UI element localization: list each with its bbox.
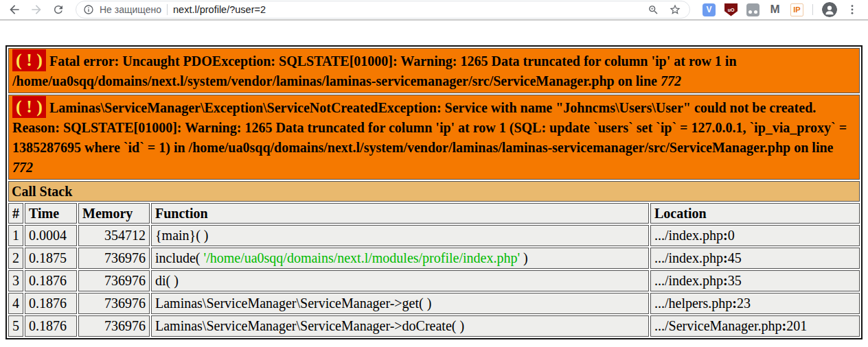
stack-num: 4 xyxy=(8,293,23,314)
function-name: Laminas\ServiceManager\ServiceManager->g… xyxy=(155,296,431,311)
loc-colon: : xyxy=(732,296,737,311)
function-name: di( ) xyxy=(155,273,179,288)
stack-row: 5 0.1876 736976 Laminas\ServiceManager\S… xyxy=(8,315,860,337)
loc-file: .../index.php xyxy=(654,273,723,288)
function-suffix: ) xyxy=(520,250,528,265)
stack-time: 0.1876 xyxy=(25,315,77,337)
bookmark-star-icon[interactable] xyxy=(669,3,681,16)
error-line-number: 772 xyxy=(661,73,681,88)
stack-row: 3 0.1876 736976 di( ) .../index.php:35 xyxy=(8,270,860,291)
fatal-error-text: Fatal error: Uncaught PDOException: SQLS… xyxy=(12,53,737,88)
loc-line: 0 xyxy=(728,228,735,243)
security-label[interactable]: Не защищено xyxy=(100,4,161,15)
fatal-error-message: ( ! )Fatal error: Uncaught PDOException:… xyxy=(8,48,860,93)
loc-file: .../ServiceManager.php xyxy=(654,318,782,333)
stack-time: 0.0004 xyxy=(25,225,77,246)
error-bang-icon: ( ! ) xyxy=(12,96,46,118)
stack-num: 5 xyxy=(8,315,23,337)
call-stack-title-row: Call Stack xyxy=(8,181,860,202)
include-path: '/home/ua0sqq/domains/next.l/modules/pro… xyxy=(204,250,520,265)
loc-file: .../helpers.php xyxy=(654,296,732,311)
loc-line: 23 xyxy=(737,296,751,311)
loc-colon: : xyxy=(723,250,728,265)
call-stack-title: Call Stack xyxy=(8,181,860,202)
forward-arrow-icon xyxy=(30,3,43,16)
stack-time: 0.1876 xyxy=(25,293,77,314)
loc-line: 201 xyxy=(786,318,807,333)
back-arrow-icon xyxy=(8,3,21,16)
info-icon[interactable] xyxy=(83,4,94,15)
col-header-num: # xyxy=(8,203,23,224)
stack-memory: 736976 xyxy=(78,315,150,337)
back-button[interactable] xyxy=(5,1,23,19)
call-stack-header-row: # Time Memory Function Location xyxy=(8,203,860,224)
extension-ip-icon[interactable]: IP xyxy=(790,3,803,16)
stack-time: 0.1875 xyxy=(25,248,77,269)
exception-row: ( ! )Laminas\ServiceManager\Exception\Se… xyxy=(8,95,860,180)
col-header-location: Location xyxy=(650,203,860,224)
col-header-memory: Memory xyxy=(78,203,150,224)
loc-colon: : xyxy=(723,273,728,288)
stack-time: 0.1876 xyxy=(25,270,77,291)
stack-num: 1 xyxy=(8,225,23,246)
extension-dots-icon[interactable] xyxy=(746,3,760,16)
stack-num: 2 xyxy=(8,248,23,269)
ublock-origin-icon[interactable]: uO xyxy=(724,3,738,16)
error-bang-icon: ( ! ) xyxy=(12,49,46,71)
extensions-area: V uO M IP xyxy=(698,2,863,17)
function-name: Laminas\ServiceManager\ServiceManager->d… xyxy=(155,318,464,333)
stack-row: 1 0.0004 354712 {main}( ) .../index.php:… xyxy=(8,225,860,246)
stack-memory: 736976 xyxy=(78,293,150,314)
profile-avatar-icon[interactable] xyxy=(822,2,837,17)
loc-line: 35 xyxy=(728,273,742,288)
error-line-number: 772 xyxy=(12,160,33,175)
col-header-time: Time xyxy=(25,203,77,224)
extension-v-icon[interactable]: V xyxy=(703,3,716,16)
url-text[interactable]: next.l/profile/?user=2 xyxy=(173,4,642,15)
stack-memory: 736976 xyxy=(78,270,150,291)
toolbar-separator xyxy=(812,4,813,15)
reload-icon xyxy=(52,3,65,16)
page-content: ( ! )Fatal error: Uncaught PDOException:… xyxy=(0,21,868,339)
function-name: {main}( ) xyxy=(155,228,209,243)
loc-colon: : xyxy=(723,228,728,243)
loc-file: .../index.php xyxy=(654,250,723,265)
stack-memory: 736976 xyxy=(78,248,150,269)
loc-file: .../index.php xyxy=(654,228,723,243)
stack-memory: 354712 xyxy=(78,225,150,246)
omnibox-separator xyxy=(167,4,168,15)
forward-button[interactable] xyxy=(27,1,45,19)
exception-message: ( ! )Laminas\ServiceManager\Exception\Se… xyxy=(8,95,860,180)
col-header-function: Function xyxy=(151,203,649,224)
fatal-error-row: ( ! )Fatal error: Uncaught PDOException:… xyxy=(8,48,860,93)
loc-line: 45 xyxy=(728,250,742,265)
stack-row: 2 0.1875 736976 include( '/home/ua0sqq/d… xyxy=(8,248,860,269)
stack-row: 4 0.1876 736976 Laminas\ServiceManager\S… xyxy=(8,293,860,314)
menu-dots-icon[interactable] xyxy=(846,3,858,16)
reload-button[interactable] xyxy=(49,1,67,19)
xdebug-error-table: ( ! )Fatal error: Uncaught PDOException:… xyxy=(5,45,863,339)
exception-text: Laminas\ServiceManager\Exception\Service… xyxy=(12,100,847,155)
address-bar[interactable]: Не защищено next.l/profile/?user=2 xyxy=(76,1,690,19)
zoom-icon[interactable] xyxy=(648,4,659,16)
extension-m-icon[interactable]: M xyxy=(768,3,781,16)
browser-toolbar: Не защищено next.l/profile/?user=2 V uO … xyxy=(0,0,868,21)
stack-num: 3 xyxy=(8,270,23,291)
function-name: include( xyxy=(155,250,204,265)
